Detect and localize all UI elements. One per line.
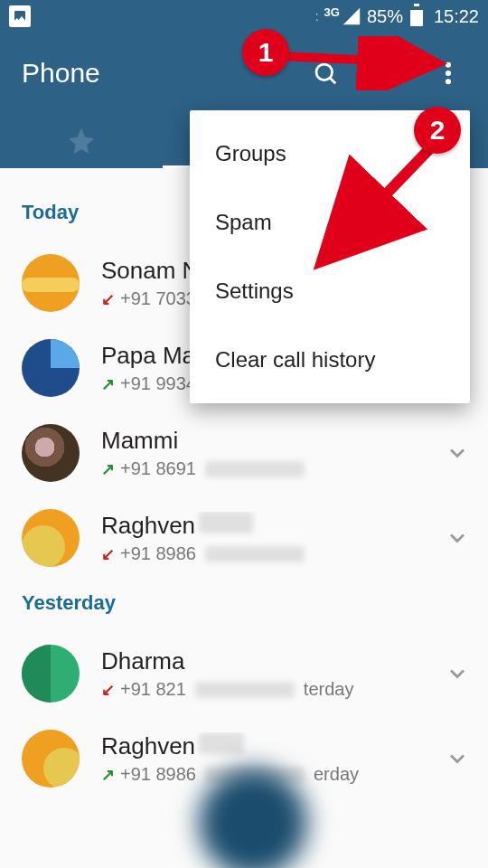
overflow-menu: Groups Spam Settings Clear call history — [190, 110, 470, 403]
missed-call-icon: ↙ — [101, 544, 115, 564]
image-notification-icon — [9, 5, 31, 27]
avatar — [22, 254, 80, 312]
chevron-down-icon[interactable] — [445, 746, 470, 771]
outgoing-call-icon: ↗ — [101, 765, 115, 785]
svg-point-4 — [446, 79, 451, 84]
battery-icon — [410, 6, 423, 26]
svg-point-2 — [446, 62, 451, 68]
filter-button[interactable] — [369, 55, 405, 91]
overflow-menu-button[interactable] — [430, 55, 466, 91]
annotation-badge: 2 — [414, 107, 461, 154]
annotation-step-1: 1 — [242, 29, 289, 76]
svg-point-3 — [446, 71, 451, 76]
avatar — [22, 339, 80, 397]
menu-item-clear-history[interactable]: Clear call history — [190, 326, 470, 394]
call-detail: ↗+91 8691 — [101, 458, 445, 479]
filter-icon — [375, 61, 399, 85]
annotation-badge: 1 — [242, 29, 289, 76]
contact-name: Dharma — [101, 647, 445, 675]
chevron-down-icon[interactable] — [445, 440, 470, 466]
missed-call-icon: ↙ — [101, 680, 115, 700]
status-bar: : 3G 85% 15:22 — [0, 0, 488, 33]
tab-favorites[interactable] — [0, 114, 163, 168]
call-row[interactable]: Raghven ↙+91 8986 — [0, 495, 488, 580]
section-header-yesterday: Yesterday — [0, 580, 488, 631]
contact-name: Mammi — [101, 427, 445, 455]
menu-item-settings[interactable]: Settings — [190, 257, 470, 326]
search-icon — [312, 60, 339, 87]
page-title: Phone — [22, 58, 100, 89]
call-detail: ↙+91 8986 — [101, 543, 445, 564]
star-icon — [66, 126, 97, 156]
battery-percent: 85% — [367, 6, 403, 27]
clock: 15:22 — [434, 6, 479, 27]
outgoing-call-icon: ↗ — [101, 459, 115, 479]
dots-small-icon: : — [315, 9, 319, 24]
phone-app-screen: : 3G 85% 15:22 Phone — [0, 0, 488, 868]
fab-blurred — [199, 769, 307, 868]
svg-point-0 — [316, 64, 333, 80]
annotation-step-2: 2 — [414, 107, 461, 154]
chevron-down-icon[interactable] — [445, 661, 470, 686]
network-type: 3G — [324, 5, 340, 19]
signal-icon — [342, 6, 361, 26]
contact-name: Raghven — [101, 512, 445, 540]
missed-call-icon: ↙ — [101, 289, 115, 309]
avatar — [22, 509, 80, 567]
search-button[interactable] — [307, 55, 343, 91]
avatar — [22, 424, 80, 482]
svg-line-1 — [330, 78, 335, 83]
avatar — [22, 730, 80, 788]
call-row[interactable]: Dharma ↙+91 821terday — [0, 631, 488, 716]
avatar — [22, 645, 80, 703]
outgoing-call-icon: ↗ — [101, 374, 115, 394]
chevron-down-icon[interactable] — [445, 525, 470, 551]
more-vert-icon — [445, 61, 452, 86]
contact-name: Raghven — [101, 732, 445, 760]
call-detail: ↙+91 821terday — [101, 679, 445, 700]
call-row[interactable]: Mammi ↗+91 8691 — [0, 410, 488, 495]
menu-item-spam[interactable]: Spam — [190, 188, 470, 257]
